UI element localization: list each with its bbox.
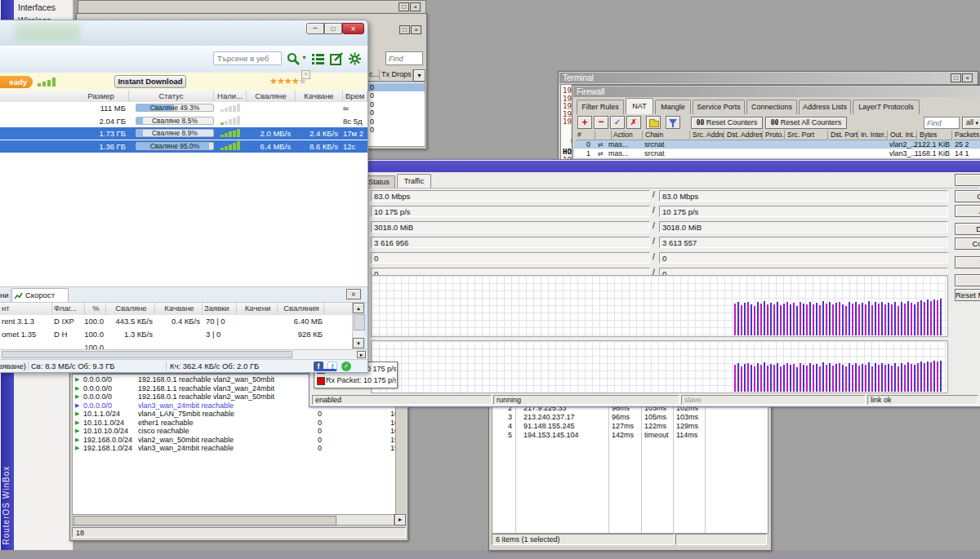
column-header-2[interactable]: Нали...	[214, 91, 247, 102]
maximize-icon[interactable]: □	[951, 73, 961, 82]
instant-download-button[interactable]: Instant Download	[114, 75, 186, 88]
peer-vscrollbar[interactable]: ▲ ▼	[352, 303, 364, 349]
scrollbar-thumb[interactable]	[2, 351, 292, 358]
scrollbar-thumb[interactable]	[74, 516, 336, 526]
table-row[interactable]: ▶10.10.1.0/24ether1 reachable010.	[73, 419, 395, 427]
column-header-src-address[interactable]: Src. Address	[691, 131, 724, 140]
star-icon[interactable]: ★	[284, 76, 292, 86]
torrent-titlebar[interactable]: – □ ×	[0, 20, 368, 46]
table-row[interactable]: 491.148.155.245127ms122ms129ms	[492, 422, 768, 431]
edit-rss-icon[interactable]	[330, 52, 344, 65]
maximize-icon[interactable]: □	[399, 2, 409, 11]
scroll-right-arrow-icon[interactable]: ▸	[394, 514, 406, 526]
remove-button[interactable]: −	[594, 116, 608, 129]
table-row[interactable]: ▶10.10.10.0/24cisco reachable010.	[73, 427, 395, 435]
filter-button[interactable]	[666, 116, 680, 129]
table-row[interactable]: ▶192.168.0.0/24vlan2_wan_50mbit reachabl…	[73, 436, 395, 444]
column-header-src-port[interactable]: Src. Port	[786, 131, 828, 140]
column-header-dst-address[interactable]: Dst. Address	[725, 131, 763, 140]
firewall-find-input[interactable]	[924, 117, 960, 129]
column-header-4[interactable]: Качване	[296, 91, 343, 102]
table-row[interactable]: 1⇄mas...srcnatvlan3_...1168.1 KiB14 1	[574, 149, 980, 158]
rx-value-field[interactable]: 83.0 Mbps	[659, 190, 948, 202]
comment-button[interactable]: Comment	[955, 237, 980, 250]
column-header-5[interactable]: Врем	[343, 91, 368, 102]
column-menu-button[interactable]: ▼	[413, 69, 425, 82]
star-icon[interactable]: ★	[292, 76, 299, 86]
maximize-button[interactable]: □	[324, 23, 342, 34]
tab-filter-rules[interactable]: Filter Rules	[577, 100, 624, 114]
column-header-tx-drops[interactable]: Tx Drops	[380, 69, 413, 82]
interface-list-find-input[interactable]	[385, 51, 423, 65]
torrent-row[interactable]: 2.04 ГБСваляне 8.5%8с 5д	[0, 115, 368, 127]
column-header-proto-[interactable]: Proto...	[764, 131, 785, 140]
peer-column-header-0[interactable]: нт	[0, 303, 52, 315]
reset-counters-button[interactable]: 00 Reset Counters	[691, 117, 763, 129]
cancel-button[interactable]: Cancel	[955, 190, 980, 202]
peer-column-header-3[interactable]: Сваляне	[106, 303, 155, 315]
search-dropdown-caret-icon[interactable]: ▼	[301, 55, 307, 60]
minimize-button[interactable]: –	[306, 23, 324, 34]
terminal-titlebar[interactable]: Terminal	[559, 73, 977, 83]
star-icon[interactable]: ★	[299, 76, 306, 86]
column-header-in-inter-[interactable]: In. Inter...	[859, 131, 888, 140]
column-header-3[interactable]: Сваляне	[247, 91, 296, 102]
tab-service-ports[interactable]: Service Ports	[693, 100, 745, 114]
scroll-down-arrow-icon[interactable]: ▼	[353, 338, 364, 348]
status-ok-icon[interactable]: ✓	[341, 362, 351, 371]
peer-column-header-7[interactable]: Сваляния	[278, 303, 324, 315]
column-header-#[interactable]: #	[576, 131, 595, 140]
column-header-action[interactable]: Action	[612, 131, 643, 140]
disable-button[interactable]: Disable	[955, 223, 980, 235]
web-search-input[interactable]	[213, 51, 282, 65]
scrollbar-thumb[interactable]	[354, 314, 365, 331]
column-header-packets[interactable]: Packets	[953, 131, 980, 140]
close-icon[interactable]: ×	[410, 2, 421, 11]
tx-value-field[interactable]: 3 616 956	[371, 237, 650, 248]
star-icon[interactable]: ★	[270, 76, 277, 86]
ok-button[interactable]: OK	[955, 174, 980, 186]
tx-value-field[interactable]: 3018.0 MiB	[371, 221, 650, 233]
torrent-row[interactable]: 111 МБСваляне 49.3%∞	[0, 102, 368, 114]
comment-button[interactable]	[646, 116, 661, 129]
column-header-dst-port[interactable]: Dst. Port	[829, 131, 858, 140]
tx-value-field[interactable]: 83.0 Mbps	[371, 190, 650, 202]
peer-column-header-1[interactable]: Флаг...	[52, 303, 85, 315]
torrent-row[interactable]: 1.73 ГБСваляне 8.9%2.0 МБ/s2.4 КБ/s17м 2	[0, 127, 368, 140]
search-icon[interactable]	[286, 51, 301, 66]
close-button[interactable]: ×	[342, 23, 364, 34]
table-row[interactable]: ▶10.1.1.0/24vlan4_LAN_75mbit reachable01…	[73, 410, 395, 418]
rx-value-field[interactable]: 3 613 557	[659, 237, 948, 248]
rx-value-field[interactable]: 0	[659, 252, 948, 264]
peer-row[interactable]: omet 1.35D H100.01.3 КБ/s3 | 0928 КБ	[0, 328, 352, 341]
peer-column-header-2[interactable]: %	[85, 303, 106, 315]
tab-peers[interactable]: ни	[0, 289, 11, 302]
blink-button[interactable]: Blink	[955, 274, 980, 286]
rating-stars[interactable]: ★★★★★	[270, 76, 305, 87]
column-header-icon[interactable]	[595, 131, 612, 140]
firewall-filter-dropdown[interactable]: all ▾	[962, 117, 980, 129]
close-icon[interactable]: ×	[962, 73, 973, 82]
collapse-panel-button[interactable]: »	[346, 289, 361, 299]
tab-connections[interactable]: Connections	[746, 100, 797, 114]
reset-all-counters-button[interactable]: 00 Reset All Counters	[765, 117, 847, 129]
interface-dialog-titlebar[interactable]	[310, 161, 980, 172]
settings-gear-icon[interactable]	[348, 52, 362, 65]
table-row[interactable]: 5194.153.145.104142mstimeout114ms	[492, 431, 768, 440]
add-button[interactable]: +	[577, 116, 592, 129]
torrent-row[interactable]: 1.36 ГБСваляне 95.0%6.4 МБ/s8.6 КБ/s12с	[0, 140, 368, 153]
peer-column-header-4[interactable]: Качване	[155, 303, 203, 315]
column-header-bytes[interactable]: Bytes	[918, 131, 952, 140]
column-header-1[interactable]: Статус	[129, 91, 214, 102]
reset-mac-address-button[interactable]: Reset MAC Address	[955, 289, 980, 301]
tab-mangle[interactable]: Mangle	[655, 100, 691, 114]
enable-button[interactable]: ✓	[610, 116, 625, 129]
rx-value-field[interactable]: 3018.0 MiB	[659, 221, 948, 233]
rx-value-field[interactable]: 10 175 p/s	[659, 206, 948, 217]
apply-button[interactable]: Apply	[955, 205, 980, 217]
route-list-hscrollbar[interactable]	[72, 514, 394, 526]
peer-row[interactable]: rent 3.1.3D IXP100.0443.5 КБ/s0.4 КБ/s70…	[0, 315, 352, 328]
peer-column-header-5[interactable]: Заявки	[203, 303, 237, 315]
close-icon[interactable]: ×	[411, 25, 421, 34]
peer-row[interactable]: 100.0	[0, 341, 352, 349]
